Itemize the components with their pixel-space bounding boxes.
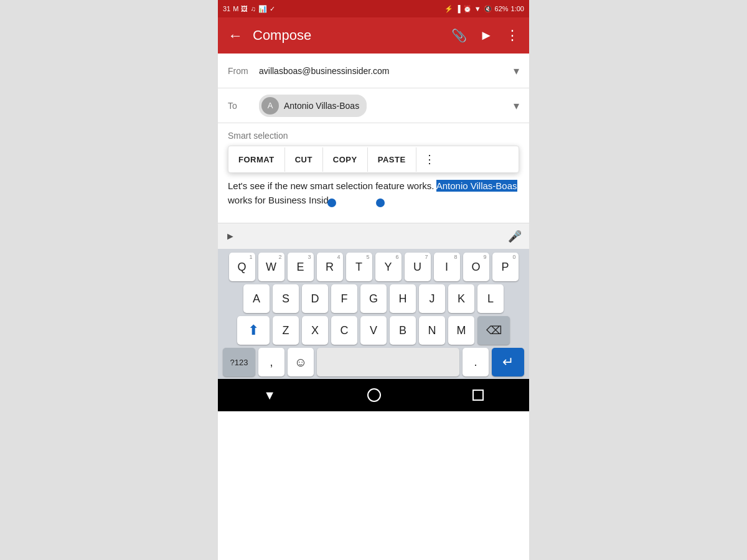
nav-recents-button[interactable] [472, 390, 484, 401]
keyboard: 1Q 2W 3E 4R 5T 6Y 7U 8I 9O 0P A S D F G … [218, 249, 529, 379]
email-form: From avillasboas@businessinsider.com ▾ T… [218, 54, 529, 123]
recipient-initial: A [268, 101, 273, 110]
key-a[interactable]: A [243, 284, 270, 313]
key-c[interactable]: C [331, 316, 357, 345]
paste-button[interactable]: PASTE [368, 147, 416, 172]
status-time: 1:00 [511, 5, 524, 12]
to-chip-container: A Antonio Villas-Boas [259, 95, 514, 117]
key-l[interactable]: L [477, 284, 504, 313]
app-bar-actions: 📎 ► ⋮ [451, 27, 519, 44]
selection-handle-right[interactable] [376, 198, 385, 207]
key-w[interactable]: 2W [258, 253, 284, 281]
key-s[interactable]: S [273, 284, 299, 313]
key-k[interactable]: K [448, 284, 474, 313]
key-q[interactable]: 1Q [229, 253, 255, 281]
nav-home-button[interactable] [367, 388, 381, 402]
key-f[interactable]: F [331, 284, 357, 313]
key-x[interactable]: X [302, 316, 328, 345]
to-field-row: To A Antonio Villas-Boas ▾ [218, 88, 529, 123]
keyboard-row-3: ⬆ Z X C V B N M ⌫ [220, 316, 527, 345]
keyboard-suggestion-bar: ► 🎤 [218, 223, 529, 249]
delete-key[interactable]: ⌫ [477, 316, 510, 345]
selection-handle-left[interactable] [327, 198, 336, 207]
key-z[interactable]: Z [273, 316, 299, 345]
numbers-key[interactable]: ?123 [223, 348, 255, 376]
context-menu: FORMAT CUT COPY PASTE ⋮ [228, 146, 519, 173]
recipient-name: Antonio Villas-Boas [284, 101, 359, 111]
key-m[interactable]: M [448, 316, 474, 345]
from-field-row: From avillasboas@businessinsider.com ▾ [218, 54, 529, 88]
mute-icon: 🔇 [484, 5, 492, 13]
key-j[interactable]: J [419, 284, 445, 313]
enter-key[interactable]: ↵ [492, 348, 524, 376]
key-u[interactable]: 7U [405, 253, 431, 281]
key-g[interactable]: G [360, 284, 387, 313]
key-b[interactable]: B [390, 316, 416, 345]
to-label: To [228, 101, 259, 111]
app-bar: ← Compose 📎 ► ⋮ [218, 17, 529, 54]
from-label: From [228, 66, 259, 76]
suggestion-arrow-icon[interactable]: ► [225, 231, 235, 242]
navigation-bar: ▼ [218, 379, 529, 411]
keyboard-row-1: 1Q 2W 3E 4R 5T 6Y 7U 8I 9O 0P [220, 253, 527, 281]
key-p[interactable]: 0P [492, 253, 519, 281]
selected-text-highlight: Antonio Villas-Boas [436, 180, 517, 192]
key-i[interactable]: 8I [434, 253, 460, 281]
phone-container: 31 M 🖼 ♫ 📊 ✓ ⚡ ▐ ⏰ ▼ 🔇 62% 1:00 ← Compos… [218, 0, 529, 560]
shift-icon: ⬆ [248, 322, 259, 338]
recipient-chip[interactable]: A Antonio Villas-Boas [259, 95, 367, 117]
key-n[interactable]: N [419, 316, 445, 345]
status-health-icon: 📊 [258, 5, 267, 13]
from-dropdown-icon[interactable]: ▾ [514, 64, 519, 78]
email-body-text[interactable]: Let's see if the new smart selection fea… [228, 179, 519, 207]
key-d[interactable]: D [302, 284, 328, 313]
smart-selection-label: Smart selection [228, 131, 519, 141]
signal-icon: ▐ [456, 5, 461, 12]
status-check-icon: ✓ [270, 5, 275, 13]
more-options-icon[interactable]: ⋮ [505, 27, 519, 44]
status-photo-icon: 🖼 [241, 5, 248, 12]
keyboard-row-4: ?123 , ☺ . ↵ [220, 348, 527, 376]
email-body-area[interactable]: Smart selection FORMAT CUT COPY PASTE ⋮ … [218, 123, 529, 223]
format-button[interactable]: FORMAT [228, 147, 285, 172]
bluetooth-icon: ⚡ [444, 5, 453, 13]
comma-key[interactable]: , [258, 348, 284, 376]
period-key[interactable]: . [463, 348, 489, 376]
key-e[interactable]: 3E [288, 253, 314, 281]
send-button[interactable]: ► [479, 27, 493, 44]
microphone-icon[interactable]: 🎤 [508, 230, 522, 243]
app-bar-title: Compose [253, 27, 441, 44]
key-t[interactable]: 5T [346, 253, 372, 281]
recipient-avatar: A [261, 97, 279, 114]
body-text-after-selected: works for Business Insid [228, 195, 329, 205]
keyboard-row-2: A S D F G H J K L [220, 284, 527, 313]
attach-icon[interactable]: 📎 [451, 28, 467, 43]
body-text-before-selected: Let's see if the new smart selection fea… [228, 180, 436, 191]
status-gmail-icon: M [233, 5, 238, 12]
key-h[interactable]: H [390, 284, 416, 313]
back-button[interactable]: ← [228, 27, 243, 44]
context-menu-more-icon[interactable]: ⋮ [416, 146, 443, 172]
battery-level: 62% [495, 5, 509, 12]
status-left: 31 M 🖼 ♫ 📊 ✓ [223, 5, 275, 13]
status-right: ⚡ ▐ ⏰ ▼ 🔇 62% 1:00 [444, 5, 524, 13]
emoji-key[interactable]: ☺ [288, 348, 314, 376]
cut-button[interactable]: CUT [285, 147, 323, 172]
key-y[interactable]: 6Y [375, 253, 402, 281]
shift-key[interactable]: ⬆ [237, 316, 270, 345]
status-bar: 31 M 🖼 ♫ 📊 ✓ ⚡ ▐ ⏰ ▼ 🔇 62% 1:00 [218, 0, 529, 17]
status-music-icon: ♫ [250, 5, 255, 12]
delete-icon: ⌫ [486, 324, 502, 337]
key-o[interactable]: 9O [463, 253, 489, 281]
alarm-icon: ⏰ [463, 5, 472, 13]
to-dropdown-icon[interactable]: ▾ [514, 99, 519, 113]
copy-button[interactable]: COPY [323, 147, 368, 172]
key-r[interactable]: 4R [317, 253, 343, 281]
nav-back-button[interactable]: ▼ [263, 388, 276, 403]
wifi-icon: ▼ [474, 5, 481, 12]
space-key[interactable] [317, 348, 459, 376]
from-value: avillasboas@businessinsider.com [259, 66, 514, 76]
status-date: 31 [223, 5, 230, 12]
key-v[interactable]: V [360, 316, 387, 345]
